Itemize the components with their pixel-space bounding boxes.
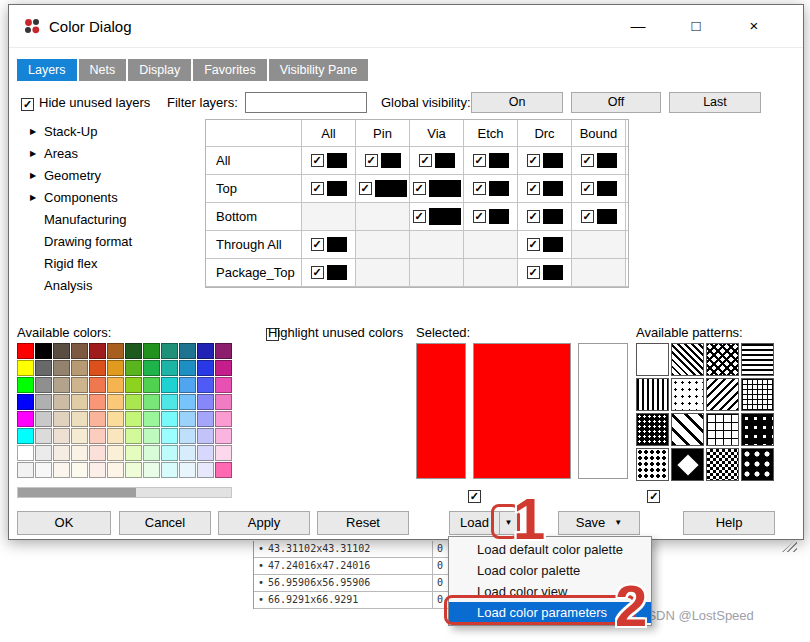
palette-color[interactable] <box>161 394 178 410</box>
palette-color[interactable] <box>125 377 142 393</box>
layer-visibility-checkbox[interactable] <box>581 210 594 223</box>
layer-visibility-checkbox[interactable] <box>311 182 324 195</box>
tab-favorites[interactable]: Favorites <box>193 59 266 81</box>
layer-color-swatch[interactable] <box>381 153 401 168</box>
palette-color[interactable] <box>197 462 214 478</box>
global-on-button[interactable]: On <box>471 92 563 113</box>
pattern-swatch-diamond[interactable] <box>671 448 704 481</box>
palette-color[interactable] <box>125 343 142 359</box>
palette-color[interactable] <box>71 394 88 410</box>
palette-color[interactable] <box>35 462 52 478</box>
tree-item-drawing-format[interactable]: Drawing format <box>17 231 205 253</box>
layer-visibility-checkbox[interactable] <box>413 210 426 223</box>
palette-color[interactable] <box>197 428 214 444</box>
pattern-swatch-polka-on-black[interactable] <box>741 448 774 481</box>
palette-color[interactable] <box>89 394 106 410</box>
layer-color-swatch[interactable] <box>489 153 509 168</box>
filter-layers-input[interactable] <box>245 92 367 113</box>
palette-color[interactable] <box>161 411 178 427</box>
palette-color[interactable] <box>179 343 196 359</box>
palette-color[interactable] <box>179 445 196 461</box>
global-last-button[interactable]: Last <box>669 92 761 113</box>
palette-color[interactable] <box>197 411 214 427</box>
close-button[interactable]: × <box>739 13 769 39</box>
layer-visibility-checkbox[interactable] <box>473 182 486 195</box>
tree-item-geometry[interactable]: ▶Geometry <box>17 165 205 187</box>
palette-color[interactable] <box>143 360 160 376</box>
pattern-swatch-diag-dense[interactable] <box>671 343 704 376</box>
palette-color[interactable] <box>107 411 124 427</box>
palette-color[interactable] <box>71 360 88 376</box>
palette-color[interactable] <box>35 377 52 393</box>
palette-color[interactable] <box>89 445 106 461</box>
palette-color[interactable] <box>35 445 52 461</box>
layer-visibility-checkbox[interactable] <box>527 266 540 279</box>
expand-arrow-icon[interactable]: ▶ <box>30 165 36 187</box>
palette-color[interactable] <box>35 428 52 444</box>
palette-color[interactable] <box>107 343 124 359</box>
palette-color[interactable] <box>71 377 88 393</box>
palette-color[interactable] <box>161 428 178 444</box>
palette-color[interactable] <box>89 462 106 478</box>
palette-color[interactable] <box>17 428 34 444</box>
tree-item-rigid-flex[interactable]: Rigid flex <box>17 253 205 275</box>
palette-color[interactable] <box>143 377 160 393</box>
ok-button[interactable]: OK <box>17 511 111 535</box>
layer-color-swatch[interactable] <box>543 181 563 196</box>
palette-color[interactable] <box>53 394 70 410</box>
pattern-swatch-grid-coarse[interactable] <box>706 413 739 446</box>
layer-visibility-checkbox[interactable] <box>413 182 426 195</box>
palette-color[interactable] <box>53 377 70 393</box>
layer-visibility-checkbox[interactable] <box>527 238 540 251</box>
palette-color[interactable] <box>215 428 232 444</box>
layer-color-swatch[interactable] <box>543 209 563 224</box>
palette-color[interactable] <box>17 445 34 461</box>
pattern-swatch-dots-medium[interactable] <box>636 448 669 481</box>
tree-item-stack-up[interactable]: ▶Stack-Up <box>17 121 205 143</box>
expand-arrow-icon[interactable]: ▶ <box>30 121 36 143</box>
tab-visibility-pane[interactable]: Visibility Pane <box>269 59 369 81</box>
layer-color-swatch[interactable] <box>327 237 347 252</box>
palette-color[interactable] <box>71 343 88 359</box>
palette-color[interactable] <box>53 343 70 359</box>
palette-color[interactable] <box>197 343 214 359</box>
layer-color-swatch[interactable] <box>597 209 617 224</box>
layer-visibility-checkbox[interactable] <box>527 154 540 167</box>
palette-color[interactable] <box>179 394 196 410</box>
palette-color[interactable] <box>143 343 160 359</box>
pattern-swatch-diag-cross[interactable] <box>706 343 739 376</box>
palette-color[interactable] <box>107 377 124 393</box>
palette-color[interactable] <box>179 377 196 393</box>
layer-visibility-checkbox[interactable] <box>311 266 324 279</box>
help-button[interactable]: Help <box>683 511 775 535</box>
palette-color[interactable] <box>35 394 52 410</box>
minimize-button[interactable]: — <box>623 13 653 39</box>
palette-color[interactable] <box>35 343 52 359</box>
menu-item-load-default-color-palette[interactable]: Load default color palette <box>449 539 651 560</box>
palette-color[interactable] <box>197 394 214 410</box>
palette-color[interactable] <box>215 343 232 359</box>
palette-color[interactable] <box>125 360 142 376</box>
palette-color[interactable] <box>53 428 70 444</box>
tab-nets[interactable]: Nets <box>79 59 127 81</box>
palette-color[interactable] <box>125 411 142 427</box>
palette-color[interactable] <box>197 360 214 376</box>
palette-color[interactable] <box>89 343 106 359</box>
palette-color[interactable] <box>53 445 70 461</box>
palette-color[interactable] <box>53 360 70 376</box>
selected-checkbox-1[interactable] <box>468 490 481 503</box>
pattern-swatch-diag-wide[interactable] <box>671 413 704 446</box>
palette-color[interactable] <box>215 462 232 478</box>
palette-color[interactable] <box>107 394 124 410</box>
palette-color[interactable] <box>161 445 178 461</box>
selected-color-swatch-3[interactable] <box>578 343 628 479</box>
layer-color-swatch[interactable] <box>429 208 461 225</box>
palette-color[interactable] <box>17 377 34 393</box>
cancel-button[interactable]: Cancel <box>119 511 211 535</box>
palette-color[interactable] <box>89 411 106 427</box>
palette-color[interactable] <box>161 377 178 393</box>
layer-visibility-checkbox[interactable] <box>527 210 540 223</box>
palette-color[interactable] <box>143 445 160 461</box>
tree-item-manufacturing[interactable]: Manufacturing <box>17 209 205 231</box>
palette-color[interactable] <box>17 462 34 478</box>
